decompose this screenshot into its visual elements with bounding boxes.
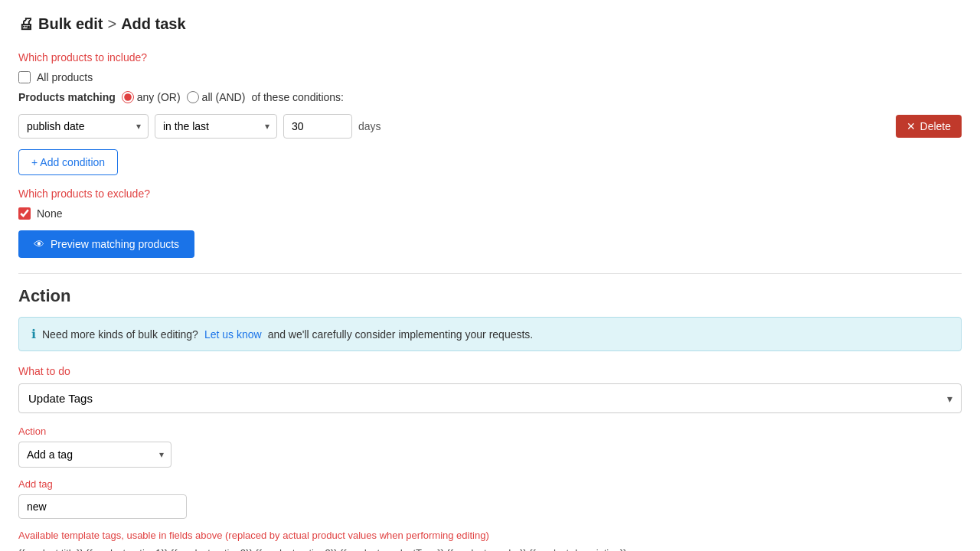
condition-number-input[interactable]: [283, 114, 352, 139]
add-tag-label: Add tag: [18, 478, 962, 490]
breadcrumb-separator: >: [107, 15, 116, 33]
any-or-radio[interactable]: [122, 91, 134, 103]
breadcrumb-parent[interactable]: Bulk edit: [38, 15, 103, 33]
none-row: None: [18, 207, 962, 220]
info-icon: ℹ: [31, 327, 36, 341]
divider: [18, 273, 962, 274]
all-products-label[interactable]: All products: [37, 71, 93, 83]
add-tag-input[interactable]: [18, 494, 187, 519]
condition-field-select[interactable]: publish date title tags vendor product t…: [18, 114, 149, 139]
add-condition-button[interactable]: + Add condition: [18, 149, 118, 175]
breadcrumb-current: Add task: [121, 15, 185, 33]
all-and-radio[interactable]: [187, 91, 199, 103]
preview-matching-products-button[interactable]: 👁 Preview matching products: [18, 230, 194, 258]
condition-row: publish date title tags vendor product t…: [18, 114, 962, 139]
conditions-text: of these conditions:: [251, 91, 344, 103]
bulk-edit-icon: 🖨: [18, 15, 34, 33]
delete-x-icon: ✕: [906, 120, 916, 132]
include-section-label: Which products to include?: [18, 51, 962, 64]
eye-icon: 👁: [34, 238, 44, 250]
condition-field-wrapper: publish date title tags vendor product t…: [18, 114, 149, 139]
none-checkbox[interactable]: [18, 207, 31, 220]
action-subsection: Action Add a tag Remove a tag Replace al…: [18, 425, 962, 468]
none-label[interactable]: None: [37, 207, 62, 220]
let-us-know-link[interactable]: Let us know: [204, 328, 262, 341]
info-banner: ℹ Need more kinds of bulk editing? Let u…: [18, 317, 962, 351]
days-text: days: [358, 120, 381, 132]
breadcrumb: 🖨 Bulk edit > Add task: [18, 15, 962, 33]
condition-operator-wrapper: in the last is is not contains does not …: [155, 114, 277, 139]
what-to-do-label: What to do: [18, 365, 962, 377]
all-and-label[interactable]: all (AND): [187, 91, 246, 103]
what-to-do-wrapper: Update Tags Update Price Update Inventor…: [18, 383, 962, 413]
template-note: Available template tags, usable in field…: [18, 530, 962, 541]
action-type-wrapper: Add a tag Remove a tag Replace all tags: [18, 442, 172, 468]
delete-button[interactable]: ✕ Delete: [896, 115, 962, 138]
action-sub-label: Action: [18, 425, 962, 437]
info-text: Need more kinds of bulk editing?: [42, 328, 198, 341]
info-suffix: and we'll carefully consider implementin…: [268, 328, 534, 341]
condition-operator-select[interactable]: in the last is is not contains does not …: [155, 114, 277, 139]
action-type-select[interactable]: Add a tag Remove a tag Replace all tags: [18, 442, 172, 468]
any-or-label[interactable]: any (OR): [122, 91, 181, 103]
action-title: Action: [18, 286, 962, 306]
all-products-checkbox[interactable]: [18, 71, 31, 83]
add-tag-subsection: Add tag: [18, 478, 962, 519]
products-matching-label: Products matching: [18, 91, 116, 103]
exclude-section-label: Which products to exclude?: [18, 187, 962, 200]
what-to-do-select[interactable]: Update Tags Update Price Update Inventor…: [18, 383, 962, 413]
template-tags: {{product.title}} {{product.option1}} {{…: [18, 546, 962, 551]
all-products-row: All products: [18, 71, 962, 83]
products-matching-row: Products matching any (OR) all (AND) of …: [18, 91, 962, 103]
exclude-section: Which products to exclude? None: [18, 187, 962, 220]
